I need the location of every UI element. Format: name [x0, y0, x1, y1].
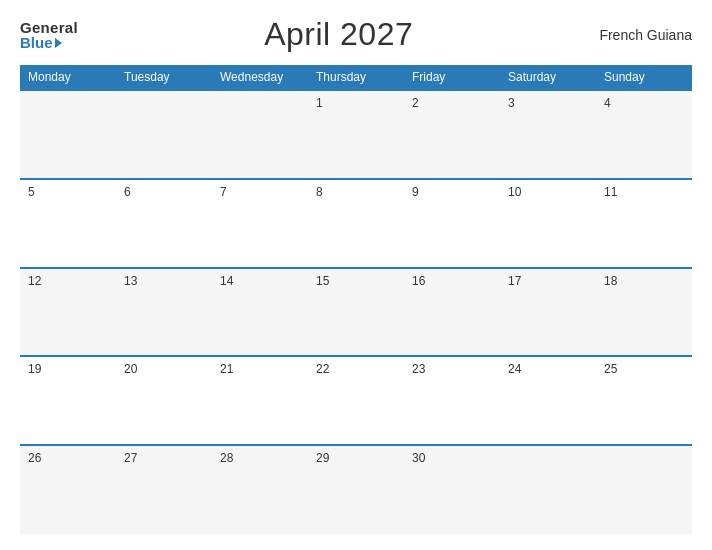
calendar-day-13: 13: [116, 268, 212, 357]
calendar-day-empty: [212, 90, 308, 179]
calendar-day-10: 10: [500, 179, 596, 268]
weekday-header-row: MondayTuesdayWednesdayThursdayFridaySatu…: [20, 65, 692, 90]
calendar-day-17: 17: [500, 268, 596, 357]
calendar-day-1: 1: [308, 90, 404, 179]
calendar-day-empty: [20, 90, 116, 179]
day-number: 1: [316, 96, 323, 110]
weekday-header-thursday: Thursday: [308, 65, 404, 90]
calendar-day-15: 15: [308, 268, 404, 357]
calendar-week-row: 2627282930: [20, 445, 692, 534]
logo-general-text: General: [20, 20, 78, 35]
day-number: 26: [28, 451, 41, 465]
calendar-day-4: 4: [596, 90, 692, 179]
day-number: 28: [220, 451, 233, 465]
calendar-week-row: 19202122232425: [20, 356, 692, 445]
day-number: 19: [28, 362, 41, 376]
weekday-header-friday: Friday: [404, 65, 500, 90]
calendar-title: April 2027: [264, 16, 413, 53]
day-number: 24: [508, 362, 521, 376]
calendar-day-28: 28: [212, 445, 308, 534]
calendar-day-9: 9: [404, 179, 500, 268]
calendar-header-row: MondayTuesdayWednesdayThursdayFridaySatu…: [20, 65, 692, 90]
calendar-day-6: 6: [116, 179, 212, 268]
calendar-day-7: 7: [212, 179, 308, 268]
day-number: 13: [124, 274, 137, 288]
day-number: 30: [412, 451, 425, 465]
calendar-week-row: 12131415161718: [20, 268, 692, 357]
day-number: 9: [412, 185, 419, 199]
day-number: 17: [508, 274, 521, 288]
weekday-header-saturday: Saturday: [500, 65, 596, 90]
calendar-day-5: 5: [20, 179, 116, 268]
weekday-header-monday: Monday: [20, 65, 116, 90]
day-number: 11: [604, 185, 617, 199]
calendar-day-20: 20: [116, 356, 212, 445]
weekday-header-sunday: Sunday: [596, 65, 692, 90]
calendar-header: General Blue April 2027 French Guiana: [20, 16, 692, 53]
day-number: 3: [508, 96, 515, 110]
calendar-day-21: 21: [212, 356, 308, 445]
day-number: 16: [412, 274, 425, 288]
calendar-day-19: 19: [20, 356, 116, 445]
day-number: 2: [412, 96, 419, 110]
day-number: 29: [316, 451, 329, 465]
calendar-day-24: 24: [500, 356, 596, 445]
weekday-header-tuesday: Tuesday: [116, 65, 212, 90]
region-label: French Guiana: [599, 27, 692, 43]
calendar-day-12: 12: [20, 268, 116, 357]
calendar-day-18: 18: [596, 268, 692, 357]
day-number: 12: [28, 274, 41, 288]
calendar-day-empty: [500, 445, 596, 534]
calendar-day-29: 29: [308, 445, 404, 534]
day-number: 23: [412, 362, 425, 376]
calendar-day-22: 22: [308, 356, 404, 445]
day-number: 21: [220, 362, 233, 376]
day-number: 27: [124, 451, 137, 465]
logo-triangle-icon: [55, 38, 62, 48]
calendar-day-14: 14: [212, 268, 308, 357]
weekday-header-wednesday: Wednesday: [212, 65, 308, 90]
calendar-day-16: 16: [404, 268, 500, 357]
logo-blue-text: Blue: [20, 35, 62, 50]
logo: General Blue: [20, 20, 78, 50]
calendar-week-row: 1234: [20, 90, 692, 179]
day-number: 25: [604, 362, 617, 376]
calendar-day-3: 3: [500, 90, 596, 179]
calendar-day-30: 30: [404, 445, 500, 534]
calendar-day-11: 11: [596, 179, 692, 268]
day-number: 22: [316, 362, 329, 376]
calendar-day-8: 8: [308, 179, 404, 268]
calendar-day-23: 23: [404, 356, 500, 445]
day-number: 7: [220, 185, 227, 199]
calendar-day-25: 25: [596, 356, 692, 445]
calendar-day-26: 26: [20, 445, 116, 534]
calendar-day-empty: [116, 90, 212, 179]
calendar-table: MondayTuesdayWednesdayThursdayFridaySatu…: [20, 65, 692, 534]
day-number: 10: [508, 185, 521, 199]
calendar-body: 1234567891011121314151617181920212223242…: [20, 90, 692, 534]
calendar-day-2: 2: [404, 90, 500, 179]
day-number: 4: [604, 96, 611, 110]
day-number: 6: [124, 185, 131, 199]
calendar-day-empty: [596, 445, 692, 534]
day-number: 14: [220, 274, 233, 288]
day-number: 20: [124, 362, 137, 376]
day-number: 5: [28, 185, 35, 199]
calendar-week-row: 567891011: [20, 179, 692, 268]
day-number: 18: [604, 274, 617, 288]
day-number: 8: [316, 185, 323, 199]
calendar-day-27: 27: [116, 445, 212, 534]
day-number: 15: [316, 274, 329, 288]
